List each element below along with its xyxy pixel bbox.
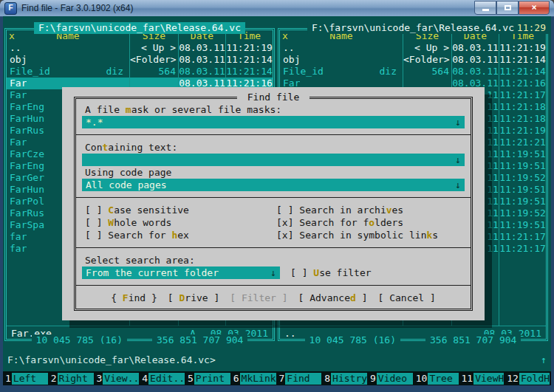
file-name: obj <box>280 54 300 66</box>
fkey-number: 7 <box>278 373 286 385</box>
fkey-5-print[interactable]: 5Print <box>187 373 230 385</box>
fkey-number: 8 <box>324 373 331 385</box>
dialog-button-advanced[interactable]: [ Advanced ] <box>298 292 368 304</box>
fkey-number: 9 <box>369 373 377 385</box>
file-date: 08.03.11 <box>178 54 225 66</box>
file-time: 11:21:14 <box>499 66 546 78</box>
function-key-bar: 1Left2Right3View..4Edit..5Print6MkLink7F… <box>3 371 551 385</box>
fkey-3-view[interactable]: 3View.. <box>96 373 140 385</box>
hotkey-letter: h <box>171 230 177 241</box>
command-line[interactable]: F:\farsvn\unicode_far\Release.64.vc> ↑ <box>7 354 547 366</box>
dropdown-arrow-icon[interactable]: ↓ <box>267 267 276 279</box>
hotkey-letter: F <box>123 292 129 303</box>
maximize-button[interactable] <box>496 1 519 15</box>
checkbox-cell: [ ] Search for hex <box>82 229 273 241</box>
left-panel-path[interactable]: F:\farsvn\unicode_far\Release.64.vc <box>34 22 245 34</box>
fkey-7-find[interactable]: 7Find <box>278 373 322 385</box>
dialog-button-cancel[interactable]: [ Cancel ] <box>378 292 436 304</box>
hotkey-letter: t <box>102 142 108 153</box>
file-row[interactable]: ..< Up >08.03.1111:21:19 <box>280 42 546 54</box>
minimize-icon <box>482 9 489 11</box>
use-filter-checkbox[interactable]: [ ] Use filter <box>290 267 372 279</box>
dialog-button-drive[interactable]: [ Drive ] <box>168 292 219 304</box>
file-name: FarEng <box>7 160 44 172</box>
containing-text-input[interactable]: ↓ <box>82 154 465 166</box>
fkey-12-foldhs[interactable]: 12FoldHs <box>506 373 550 385</box>
file-row[interactable]: ..< Up >08.03.1111:21:19 <box>7 42 273 54</box>
file-time: 11:19:51 <box>499 196 546 207</box>
right-panel-path[interactable]: F:\farsvn\unicode_far\Release.64.vc <box>307 22 519 34</box>
file-mask-value: *.* <box>86 116 452 128</box>
dialog-button-row: { Find }[ Drive ][ Filter ][ Advanced ][… <box>82 292 465 304</box>
checkbox-cell: [x] Search in symbolic links <box>273 229 465 241</box>
file-time: 11:21:14 <box>225 54 273 66</box>
file-time: 11:21:21 <box>499 137 546 148</box>
titlebar[interactable]: F Find file - Far 3.0.1902 (x64) × <box>0 0 554 17</box>
file-row[interactable]: obj<Folder>08.03.1111:21:14 <box>7 54 273 66</box>
file-row[interactable]: File_iddiz56408.03.1111:21:14 <box>7 66 273 78</box>
fkey-label: Right <box>58 373 94 385</box>
checkbox-row: [ ] Search for hex[x] Search in symbolic… <box>82 229 465 241</box>
maximize-icon <box>505 5 511 10</box>
search-area-combobox[interactable]: From the current folder ↓ <box>82 267 280 279</box>
command-input-area[interactable] <box>216 354 541 366</box>
fkey-8-histry[interactable]: 8Histry <box>324 373 367 385</box>
fkey-2-right[interactable]: 2Right <box>50 373 94 385</box>
codepage-combobox[interactable]: All code pages ↓ <box>82 179 465 191</box>
file-name: obj <box>7 54 27 66</box>
button-label: Drive <box>179 292 208 303</box>
file-time: 11:19:51 <box>499 219 546 231</box>
fkey-4-edit[interactable]: 4Edit.. <box>141 373 185 385</box>
checkbox-case-sensitive[interactable]: [ ] Case sensitive <box>85 204 189 216</box>
fkey-9-video[interactable]: 9Video <box>369 373 413 385</box>
fkey-label: FoldHs <box>519 373 550 385</box>
close-button[interactable]: × <box>519 1 550 15</box>
file-row[interactable]: obj<Folder>08.03.1111:21:14 <box>280 54 546 66</box>
file-mask-input[interactable]: *.* ↓ <box>82 116 465 128</box>
history-arrow-icon[interactable]: ↓ <box>452 154 461 166</box>
window-title: Find file - Far 3.0.1902 (x64) <box>21 0 133 16</box>
file-row[interactable]: File_iddiz56408.03.1111:21:14 <box>280 66 546 78</box>
file-date: 08.03.11 <box>451 54 499 66</box>
file-time: 11:19:51 <box>499 184 546 196</box>
minimize-button[interactable] <box>474 1 496 15</box>
file-time: 11:21:16 <box>499 78 546 89</box>
checkbox-search-for-folders[interactable]: [x] Search for folders <box>276 216 403 229</box>
file-date: 08.03.11 <box>178 66 225 78</box>
button-label: Find <box>123 292 146 303</box>
fkey-10-tree[interactable]: 10Tree <box>415 373 459 385</box>
checkbox-cell: [ ] Case sensitive <box>82 204 273 216</box>
file-name: FarHun <box>7 184 44 196</box>
checkbox-search-for-hex[interactable]: [ ] Search for hex <box>85 229 189 241</box>
hotkey-letter: v <box>386 204 392 216</box>
file-size: <Folder> <box>129 54 178 66</box>
checkbox-search-in-archives[interactable]: [ ] Search in archives <box>276 204 403 216</box>
file-size: <Folder> <box>403 54 451 66</box>
file-time: 11:19:51 <box>499 148 546 160</box>
file-time: 11:19:52 <box>499 207 546 219</box>
button-label: Cancel <box>389 292 424 303</box>
file-name: File_id <box>280 66 324 78</box>
checkbox-search-in-symbolic-links[interactable]: [x] Search in symbolic links <box>276 229 438 241</box>
fkey-6-mklink[interactable]: 6MkLink <box>233 373 276 385</box>
dialog-separator <box>82 279 465 292</box>
dialog-button-filter: [ Filter ] <box>230 292 287 304</box>
file-name: File_id <box>7 66 50 78</box>
checkbox-label: Whole words <box>108 217 171 228</box>
file-name: Far <box>7 78 27 89</box>
dropdown-arrow-icon[interactable]: ↓ <box>452 179 461 191</box>
file-date: 08.03.11 <box>178 42 225 54</box>
checkbox-whole-words[interactable]: [ ] Whole words <box>85 216 171 229</box>
fkey-11-viewhs[interactable]: 11ViewHs <box>461 373 505 385</box>
dialog-button-find[interactable]: { Find } <box>111 292 157 304</box>
file-extension: diz <box>106 66 129 78</box>
fkey-number: 6 <box>233 373 240 385</box>
fkey-number: 12 <box>506 373 519 385</box>
free-disk-space: 356 851 707 904 <box>425 334 521 346</box>
sort-mode-indicator: x <box>9 30 15 42</box>
fkey-1-left[interactable]: 1Left <box>4 373 48 385</box>
history-arrow-icon[interactable]: ↓ <box>452 116 461 128</box>
file-time: 11:21:19 <box>499 125 546 137</box>
checkbox-label: Search in symbolic links <box>299 230 438 241</box>
file-name <box>7 290 10 302</box>
